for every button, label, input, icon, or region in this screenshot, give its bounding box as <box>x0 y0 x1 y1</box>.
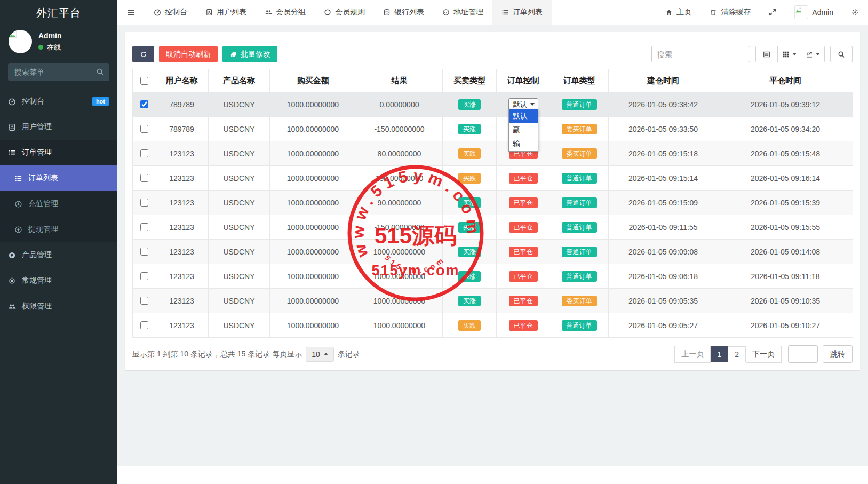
column-header[interactable]: 买卖类型 <box>443 69 497 92</box>
nav-item-address-mgmt[interactable]: cc地址管理 <box>433 0 492 25</box>
checkbox-cell <box>133 191 155 215</box>
nav-item-order-list[interactable]: 订单列表 <box>492 0 552 25</box>
sidebar-item-label: 充值管理 <box>28 199 58 209</box>
column-header[interactable]: 平仓时间 <box>718 69 853 92</box>
table-search-input[interactable] <box>651 46 750 62</box>
column-header[interactable]: 结果 <box>356 69 443 92</box>
nav-home[interactable]: 主页 <box>656 0 700 25</box>
close-time-cell: 2026-01-05 09:16:14 <box>718 166 853 191</box>
table-row: 789789USDCNY1000.000000000.00000000买涨默认普… <box>133 92 853 117</box>
sidebar-item-product-mgmt[interactable]: P产品管理 <box>0 242 117 268</box>
export-icon <box>806 51 813 58</box>
user-cell: 123123 <box>155 191 209 215</box>
sidebar-item-withdraw-mgmt[interactable]: 提现管理 <box>0 217 117 242</box>
records-info-prefix: 显示第 1 到第 10 条记录，总共 15 条记录 每页显示 <box>132 350 302 359</box>
checkbox-cell <box>133 289 155 313</box>
close-time-cell: 2026-01-05 09:15:55 <box>718 215 853 240</box>
row-checkbox[interactable] <box>140 174 148 182</box>
pagination-page-1[interactable]: 1 <box>711 346 728 362</box>
row-checkbox[interactable] <box>140 149 148 157</box>
column-header[interactable]: 订单类型 <box>550 69 609 92</box>
row-checkbox[interactable] <box>140 100 148 108</box>
page-jump-input[interactable] <box>788 345 818 363</box>
checkbox-cell <box>133 92 155 117</box>
fullscreen-button[interactable] <box>760 0 785 25</box>
navbar-user-menu[interactable]: Admin <box>785 0 842 25</box>
cancel-auto-refresh-button[interactable]: 取消自动刷新 <box>159 46 218 62</box>
status-badge: 普通订单 <box>562 222 597 233</box>
result-cell: -150.00000000 <box>356 117 443 141</box>
fullscreen-icon <box>769 9 776 16</box>
pagination-prev[interactable]: 上一页 <box>674 346 711 363</box>
column-header[interactable]: 用户名称 <box>155 69 209 92</box>
row-checkbox[interactable] <box>140 297 148 305</box>
nav-item-member-group[interactable]: 会员分组 <box>256 0 315 25</box>
refresh-button[interactable] <box>132 46 154 62</box>
sidebar-item-label: 订单管理 <box>22 148 103 157</box>
column-header[interactable]: 建仓时间 <box>609 69 718 92</box>
order-type-cell: 普通订单 <box>550 92 609 117</box>
nav-item-label: 会员分组 <box>276 7 306 17</box>
user-panel: Admin 在线 <box>0 26 117 60</box>
dropdown-option-赢[interactable]: 赢 <box>509 123 538 137</box>
orders-table: 用户名称产品名称购买金额结果买卖类型订单控制订单类型建仓时间平仓时间 78978… <box>132 69 853 338</box>
pagination-page-2[interactable]: 2 <box>728 346 746 362</box>
row-checkbox[interactable] <box>140 248 148 256</box>
circle-icon <box>324 9 331 16</box>
row-checkbox[interactable] <box>140 199 148 207</box>
row-checkbox[interactable] <box>140 321 148 329</box>
columns-button[interactable] <box>778 46 801 62</box>
table-row: 123123USDCNY1000.000000001000.00000000买涨… <box>133 240 853 264</box>
row-checkbox[interactable] <box>140 125 148 133</box>
row-checkbox[interactable] <box>140 223 148 231</box>
order-type-cell: 普通订单 <box>550 215 609 240</box>
select-caret-icon <box>530 103 535 106</box>
sidebar-toggle-button[interactable] <box>117 0 145 25</box>
sidebar-item-order-list[interactable]: 订单列表 <box>0 165 117 191</box>
column-header[interactable]: 购买金额 <box>270 69 356 92</box>
gear-icon <box>851 9 859 16</box>
user-cell: 123123 <box>155 215 209 240</box>
dropdown-option-输[interactable]: 输 <box>509 137 538 151</box>
sidebar-item-dashboard[interactable]: 控制台hot <box>0 89 117 114</box>
order-type-cell: 委买订单 <box>550 117 609 141</box>
side-cell: 买涨 <box>443 92 497 117</box>
sidebar-item-perm-mgmt[interactable]: 权限管理 <box>0 293 117 319</box>
detail-view-button[interactable] <box>755 46 778 62</box>
nav-item-member-rule[interactable]: 会员规则 <box>315 0 374 25</box>
nav-item-dashboard[interactable]: 控制台 <box>145 0 196 25</box>
nav-item-bank-list[interactable]: 银行列表 <box>374 0 433 25</box>
side-cell: 买涨 <box>443 240 497 264</box>
status-badge: 买跌 <box>458 148 481 159</box>
user-status-label: 在线 <box>47 43 61 52</box>
column-header[interactable]: 订单控制 <box>497 69 550 92</box>
batch-edit-button[interactable]: 批量修改 <box>222 46 277 62</box>
sidebar-item-order-mgmt[interactable]: 订单管理 <box>0 140 117 165</box>
column-header[interactable]: 产品名称 <box>209 69 270 92</box>
nav-item-label: 会员规则 <box>335 7 365 17</box>
nav-clear-cache[interactable]: 清除缓存 <box>700 0 760 25</box>
search-button[interactable] <box>830 46 853 62</box>
checkbox-cell <box>133 264 155 289</box>
page-jump-button[interactable]: 跳转 <box>823 345 853 363</box>
nav-item-user-list[interactable]: 用户列表 <box>196 0 256 25</box>
status-badge: 已平仓 <box>509 173 538 184</box>
sidebar-item-recharge-mgmt[interactable]: 充值管理 <box>0 191 117 217</box>
open-time-cell: 2026-01-05 09:38:42 <box>609 92 718 117</box>
pagination-next[interactable]: 下一页 <box>746 346 782 363</box>
sidebar-item-general-mgmt[interactable]: 常规管理 <box>0 268 117 293</box>
sidebar-search-input[interactable] <box>8 63 109 81</box>
status-badge: 委买订单 <box>562 296 597 306</box>
settings-button[interactable] <box>842 0 868 25</box>
sidebar-item-user-mgmt[interactable]: 用户管理 <box>0 114 117 140</box>
dropdown-option-默认[interactable]: 默认 <box>509 109 538 123</box>
row-checkbox[interactable] <box>140 272 148 280</box>
sidebar-item-label: 用户管理 <box>22 122 103 132</box>
result-cell: 1000.00000000 <box>356 240 443 264</box>
control-cell: 已平仓 <box>497 240 550 264</box>
page-size-select[interactable]: 10 <box>306 347 334 362</box>
hamburger-icon <box>126 8 136 17</box>
export-button[interactable] <box>801 46 825 62</box>
select-all-checkbox[interactable] <box>140 77 148 85</box>
product-cell: USDCNY <box>209 166 270 191</box>
